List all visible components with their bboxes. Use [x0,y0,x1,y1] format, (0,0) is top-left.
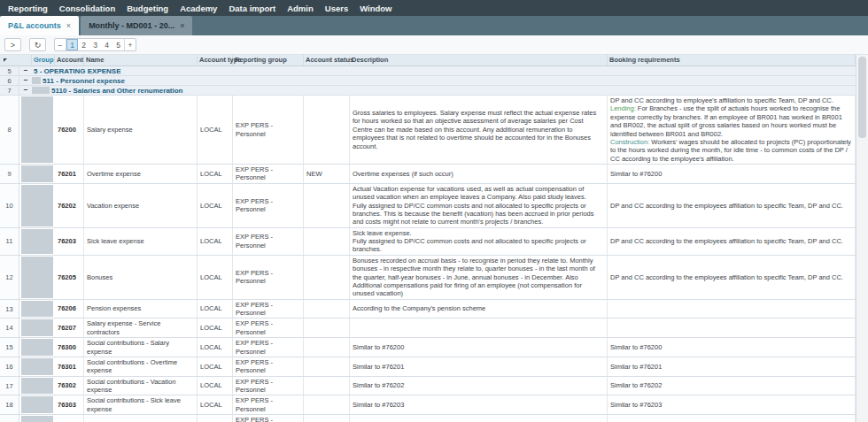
cell-booking-requirements[interactable] [608,318,856,337]
cell-account[interactable]: 76206 [55,300,84,318]
pager-page-3[interactable]: 3 [89,39,101,50]
cell-name[interactable]: Salary expense - Service contractors [84,318,198,337]
cell-name[interactable]: Social contributions - Sick leave expens… [84,395,198,414]
cell-description[interactable]: Gross salaries to employees. Salary expe… [350,96,608,164]
cell-account[interactable]: 76202 [55,184,84,227]
cell-account[interactable]: 76301 [55,357,84,376]
cell-name[interactable]: Salary expense [84,96,198,164]
menu-item-users[interactable]: Users [325,4,348,13]
pager-page-1[interactable]: 1 [66,39,78,50]
cell-account-type[interactable]: LOCAL [198,256,233,299]
cell-account-type[interactable]: LOCAL [198,96,233,164]
scrollbar-thumb[interactable] [858,57,866,138]
row-number[interactable]: 9 [0,165,19,183]
menu-item-reporting[interactable]: Reporting [8,4,48,13]
cell-name[interactable]: Pension expenses [84,300,198,318]
cell-booking-requirements[interactable]: Similar to #76201 [608,357,856,376]
cell-account[interactable]: 76207 [55,318,84,337]
group-label[interactable]: 511 - Personnel expense [41,76,856,85]
cell-description[interactable]: Similar to #76205 [350,415,608,422]
menu-item-admin[interactable]: Admin [287,4,314,13]
account-row-76201[interactable]: 976201Overtime expenseLOCALEXP PERS - Pe… [0,165,856,184]
column-header-name[interactable]: Name [84,55,198,65]
cell-description[interactable]: Similar to #76203 [350,395,608,414]
tab-p-l-accounts[interactable]: P&L accounts× [0,16,79,35]
cell-account[interactable]: 76201 [55,165,84,183]
cell-name[interactable]: Sick leave expense [84,228,198,255]
account-row-76302[interactable]: 1776302Social contributions - Vacation e… [0,377,856,396]
row-number[interactable]: 19 [0,415,19,422]
cell-account-type[interactable]: LOCAL [198,228,233,255]
tab-monthly-md001-20[interactable]: Monthly - MD001 - 20...× [81,16,192,35]
cell-description[interactable]: Bonuses recorded on accrual basis - to r… [350,256,608,299]
tab-close-icon[interactable]: × [180,21,184,30]
account-row-76206[interactable]: 1376206Pension expensesLOCALEXP PERS - P… [0,300,856,319]
cell-account-status[interactable] [304,377,350,395]
cell-name[interactable]: Vacation expense [84,184,198,227]
pager-page-2[interactable]: 2 [78,39,89,50]
account-row-76305[interactable]: 1976305Social contributions - BonusesLOC… [0,415,856,422]
cell-name[interactable]: Social contributions - Vacation expense [84,377,198,395]
pager-add-button[interactable]: + [124,39,136,50]
vertical-scrollbar[interactable] [856,55,868,422]
column-header-account[interactable]: Account [55,55,84,65]
cell-booking-requirements[interactable]: Similar to #76200 [608,165,856,183]
cell-account-status[interactable] [304,300,350,318]
cell-reporting-group[interactable]: EXP PERS - Personnel [233,415,304,422]
collapse-icon[interactable]: − [24,77,28,84]
account-row-76303[interactable]: 1876303Social contributions - Sick leave… [0,395,856,415]
cell-description[interactable]: Similar to #76202 [350,377,608,395]
cell-reporting-group[interactable]: EXP PERS - Personnel [233,184,304,227]
cell-account-status[interactable] [304,395,350,414]
collapse-icon[interactable]: − [24,67,28,74]
tab-close-icon[interactable]: × [66,21,71,30]
cell-booking-requirements[interactable] [608,300,856,318]
column-header-account-type[interactable]: Account type [198,55,233,65]
group-row-5110[interactable]: 7−5110 - Salaries and Other renumeration [0,86,856,96]
row-number[interactable]: 16 [0,357,19,376]
cell-name[interactable]: Social contributions - Bonuses [84,415,198,422]
row-number[interactable]: 15 [0,338,19,357]
cell-reporting-group[interactable]: EXP PERS - Personnel [233,357,304,376]
column-header-booking-requirements[interactable]: Booking requirements [608,55,856,65]
row-number[interactable]: 13 [0,300,19,318]
cell-account-type[interactable]: LOCAL [198,318,233,337]
account-row-76202[interactable]: 1076202Vacation expenseLOCALEXP PERS - P… [0,184,856,228]
row-number[interactable]: 17 [0,377,19,395]
cell-booking-requirements[interactable]: Similar to #76203 [608,395,856,414]
cell-reporting-group[interactable]: EXP PERS - Personnel [233,338,304,357]
cell-name[interactable]: Social contributions - Overtime expense [84,357,198,376]
cell-booking-requirements[interactable]: DP and CC according to employee's affili… [608,96,856,164]
pager-prev-button[interactable]: − [55,39,66,50]
account-row-76301[interactable]: 1676301Social contributions - Overtime e… [0,357,856,377]
grid-corner-cell[interactable] [0,55,32,65]
row-number[interactable]: 14 [0,318,19,337]
row-number[interactable]: 7 [0,86,19,95]
cell-reporting-group[interactable]: EXP PERS - Personnel [233,228,304,255]
row-number[interactable]: 8 [0,96,19,164]
menu-item-budgeting[interactable]: Budgeting [127,4,168,13]
pager-page-5[interactable]: 5 [112,39,124,50]
cell-reporting-group[interactable]: EXP PERS - Personnel [233,395,304,414]
cell-description[interactable]: Similar to #76201 [350,357,608,376]
cell-description[interactable] [350,318,608,337]
column-header-description[interactable]: Description [350,55,608,65]
cell-description[interactable]: Sick leave expense. Fully assigned to DP… [350,228,608,255]
row-number[interactable]: 18 [0,395,19,414]
row-number[interactable]: 11 [0,228,19,255]
account-row-76205[interactable]: 1276205BonusesLOCALEXP PERS - PersonnelB… [0,256,856,300]
cell-description[interactable]: Overtime expenses (if such occur) [350,165,608,183]
cell-account-status[interactable]: NEW [304,165,350,183]
menu-item-academy[interactable]: Academy [180,4,217,13]
cell-account[interactable]: 76305 [55,415,84,422]
cell-account-status[interactable] [304,338,350,357]
account-row-76200[interactable]: 876200Salary expenseLOCALEXP PERS - Pers… [0,96,856,165]
cell-booking-requirements[interactable]: Similar to #76202 [608,377,856,395]
cell-account-status[interactable] [304,256,350,299]
cell-account[interactable]: 76203 [55,228,84,255]
menu-item-data-import[interactable]: Data import [229,4,275,13]
pager-page-4[interactable]: 4 [101,39,112,50]
cell-account-status[interactable] [304,184,350,227]
cell-booking-requirements[interactable]: Similar to #76200 [608,338,856,357]
cell-account-status[interactable] [304,357,350,376]
